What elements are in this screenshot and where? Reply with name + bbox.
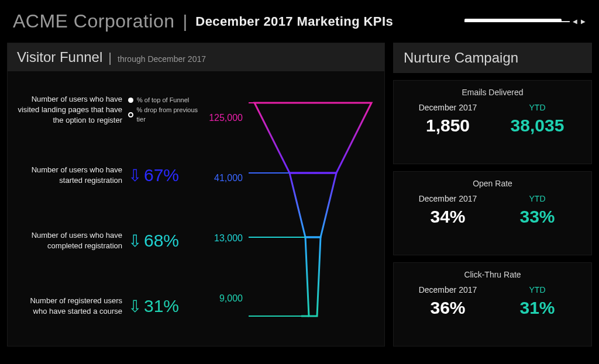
kpi-period-value: 34% (403, 207, 493, 227)
legend-drop: % drop from previous tier (137, 105, 202, 124)
kpi-period-label: December 2017 (403, 103, 493, 112)
funnel-stage-label: Number of users who have completed regis… (15, 208, 126, 273)
funnel-drop-value: ⇩ 67% (126, 143, 202, 208)
funnel-count-column: 125,000 41,000 13,000 9,000 (202, 77, 249, 339)
funnel-drop-value: ⇩ 31% (126, 273, 202, 339)
funnel-stage-label: Number of users who have started registr… (15, 143, 126, 208)
drop-arrow-icon: ⇩ (128, 231, 142, 251)
kpi-period-label: December 2017 (403, 285, 493, 294)
company-name: ACME Corporation (13, 11, 175, 32)
nurture-campaign-panel: Nurture Campaign Emails Delivered Decemb… (393, 43, 592, 346)
funnel-drop-value: ⇩ 68% (126, 208, 202, 273)
visitor-funnel-panel: Visitor Funnel | through December 2017 N… (7, 43, 385, 346)
funnel-title: Visitor Funnel (17, 49, 102, 65)
funnel-subtitle: through December 2017 (118, 54, 206, 64)
period-slider[interactable]: ◀ ▶ (464, 18, 586, 25)
kpi-ytd-label: YTD (493, 285, 582, 294)
kpi-ytd-value: 31% (493, 298, 582, 318)
nurture-title: Nurture Campaign (404, 50, 518, 65)
drop-percent: 31% (144, 296, 179, 316)
drop-arrow-icon: ⇩ (128, 297, 142, 316)
emails-delivered-card: Emails Delivered December 2017 1,850 YTD… (393, 80, 592, 164)
kpi-period-value: 1,850 (403, 116, 493, 136)
funnel-count: 125,000 (202, 113, 249, 123)
slider-next-icon[interactable]: ▶ (580, 18, 586, 25)
drop-arrow-icon: ⇩ (128, 166, 142, 185)
funnel-stage-label: Number of users who have visited landing… (15, 77, 126, 143)
drop-percent: 68% (144, 231, 179, 251)
funnel-title-bar: Visitor Funnel | through December 2017 (8, 43, 384, 71)
legend-top: % of top of Funnel (137, 95, 189, 105)
nurture-title-bar: Nurture Campaign (393, 43, 592, 73)
funnel-count: 41,000 (202, 173, 249, 183)
card-heading: Open Rate (403, 179, 582, 188)
header-separator-icon: | (183, 12, 188, 32)
page-title: December 2017 Marketing KPIs (195, 14, 393, 29)
drop-percent: 67% (144, 165, 179, 185)
funnel-chart (249, 77, 377, 339)
click-thru-rate-card: Click-Thru Rate December 2017 36% YTD 31… (393, 262, 592, 346)
funnel-stage-labels: Number of users who have visited landing… (15, 77, 126, 339)
kpi-ytd-value: 33% (493, 207, 582, 227)
card-heading: Emails Delivered (403, 88, 582, 97)
kpi-ytd-label: YTD (493, 103, 582, 112)
kpi-ytd-value: 38,035 (493, 116, 582, 136)
open-rate-card: Open Rate December 2017 34% YTD 33% (393, 171, 592, 255)
funnel-svg-icon (249, 85, 377, 331)
header: ACME Corporation | December 2017 Marketi… (7, 7, 592, 43)
funnel-drop-column: % of top of Funnel % drop from previous … (126, 77, 202, 339)
kpi-period-label: December 2017 (403, 194, 493, 203)
slider-prev-icon[interactable]: ◀ (572, 18, 578, 25)
kpi-period-value: 36% (403, 298, 493, 318)
funnel-title-separator-icon: | (108, 50, 112, 65)
legend-dot-icon (128, 98, 133, 103)
card-heading: Click-Thru Rate (403, 270, 582, 279)
funnel-count: 9,000 (202, 293, 249, 304)
legend-dot-icon (128, 112, 133, 117)
funnel-stage-label: Number of registered users who have star… (15, 273, 126, 339)
slider-track[interactable] (464, 20, 570, 23)
kpi-ytd-label: YTD (493, 194, 582, 203)
funnel-legend: % of top of Funnel % drop from previous … (126, 77, 202, 143)
funnel-count: 13,000 (202, 233, 249, 244)
